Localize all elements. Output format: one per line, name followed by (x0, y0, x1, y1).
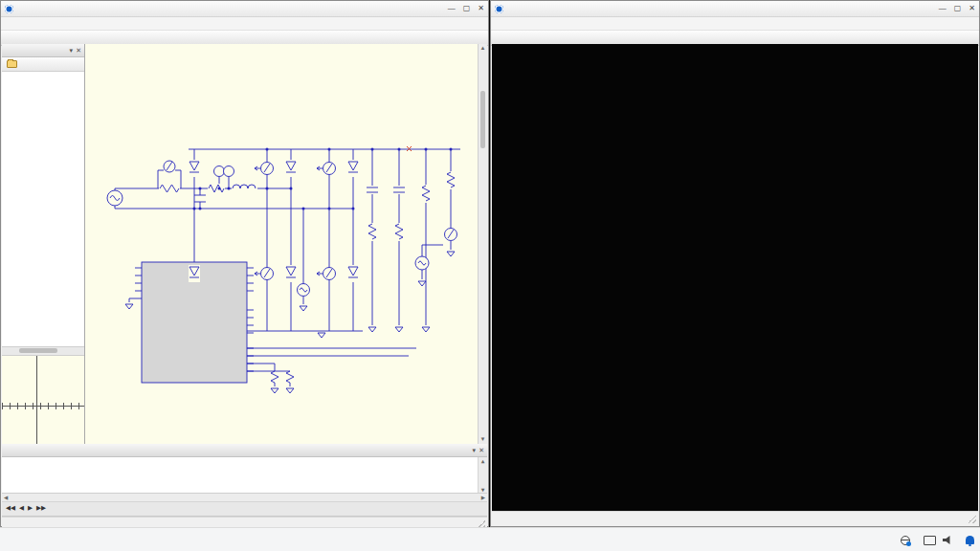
schematic-canvas[interactable]: ▲▼ (85, 44, 487, 444)
waveform-plot-area[interactable] (492, 44, 980, 515)
pin-panel-icon[interactable]: ▾ (473, 447, 477, 454)
close-panel-icon[interactable]: ✕ (479, 447, 484, 454)
schematic-vscrollbar[interactable]: ▲▼ (478, 44, 487, 444)
output-window-header: ▾ ✕ (2, 444, 487, 457)
qspice-logo-icon (495, 5, 503, 13)
schematic-drawing (85, 44, 481, 444)
resize-grip[interactable] (969, 514, 976, 523)
library-folder-icon[interactable] (7, 60, 17, 68)
desktop: — ▢ ✕ ▾ ✕ (0, 0, 980, 551)
close-icon[interactable]: ✕ (969, 5, 975, 12)
display-icon[interactable] (924, 536, 936, 545)
tab-nav-next-icon[interactable]: ▶ (26, 502, 34, 514)
close-icon[interactable]: ✕ (478, 5, 484, 12)
speaker-icon[interactable] (943, 536, 952, 544)
network-icon[interactable] (901, 536, 910, 545)
titlebar-left[interactable]: — ▢ ✕ (1, 1, 488, 17)
statusbar-right (492, 511, 978, 525)
system-tray (894, 536, 974, 545)
sidebar-hscrollbar[interactable] (2, 346, 84, 355)
menubar-right (491, 17, 979, 31)
symbol-ip-browser: ▾ ✕ (2, 44, 85, 444)
tab-nav-first-icon[interactable]: ◀◀ (4, 502, 17, 514)
minimize-icon[interactable]: — (939, 5, 947, 12)
symbol-tree (2, 72, 84, 346)
maximize-icon[interactable]: ▢ (954, 5, 962, 12)
symbol-preview-pane (2, 355, 84, 444)
tab-nav-last-icon[interactable]: ▶▶ (34, 502, 48, 514)
titlebar-right[interactable]: — ▢ ✕ (491, 1, 979, 17)
qspice-schematic-window: — ▢ ✕ ▾ ✕ (0, 0, 489, 527)
qspice-logo-icon (5, 5, 13, 13)
output-console[interactable]: ▲▼ (2, 457, 487, 494)
notification-bell-icon[interactable] (966, 536, 974, 544)
windows-taskbar (0, 527, 980, 551)
pin-panel-icon[interactable]: ▾ (70, 47, 74, 55)
symbol-browser-toolbar (2, 57, 84, 72)
process-tabs: ◀◀ ◀ ▶ ▶▶ (2, 502, 487, 517)
waveform-viewer (492, 44, 978, 512)
output-vscrollbar[interactable]: ▲▼ (478, 457, 487, 493)
symbol-browser-header: ▾ ✕ (2, 44, 84, 57)
minimize-icon[interactable]: — (448, 5, 456, 12)
qspice-waveform-window: — ▢ ✕ (490, 0, 980, 527)
close-panel-icon[interactable]: ✕ (76, 47, 81, 55)
maximize-icon[interactable]: ▢ (463, 5, 471, 12)
output-hscrollbar[interactable]: ◀▶ (2, 494, 487, 502)
tab-nav-prev-icon[interactable]: ◀ (17, 502, 26, 514)
menubar-left (1, 17, 488, 31)
